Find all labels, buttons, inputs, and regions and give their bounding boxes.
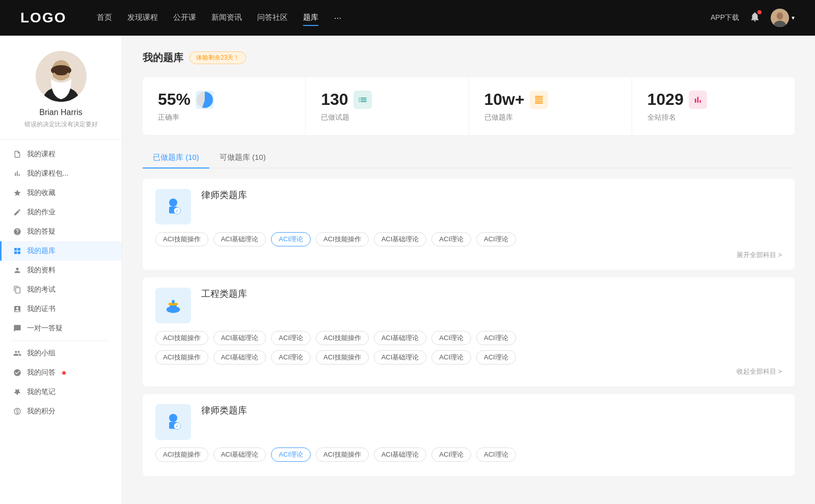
tag[interactable]: ACI基础理论 (213, 447, 266, 462)
tab-available-banks[interactable]: 可做题库 (10) (209, 148, 276, 167)
tag[interactable]: ACI理论 (476, 350, 516, 365)
tag[interactable]: ACI理论 (271, 232, 311, 246)
sidebar-item-certs[interactable]: 我的证书 (0, 299, 122, 319)
tag[interactable]: ACI技能操作 (316, 350, 369, 365)
sidebar-item-notes[interactable]: 我的笔记 (0, 382, 122, 402)
svg-text:✓: ✓ (175, 208, 179, 213)
person-icon (13, 266, 22, 275)
qbank-card-1: 工程类题库 ACI技能操作ACI基础理论ACI理论ACI技能操作ACI基础理论A… (143, 277, 795, 386)
nav-discover[interactable]: 发现课程 (127, 10, 158, 26)
bell-icon (749, 11, 760, 22)
tag[interactable]: ACI理论 (431, 331, 471, 345)
sidebar-item-groups[interactable]: 我的小组 (0, 344, 122, 363)
tag[interactable]: ACI基础理论 (374, 331, 427, 345)
avatar (771, 9, 789, 27)
nav-home[interactable]: 首页 (97, 10, 112, 26)
tag[interactable]: ACI理论 (476, 232, 516, 246)
tag[interactable]: ACI技能操作 (155, 331, 208, 345)
pie-chart (197, 92, 213, 108)
qbank-icon-1 (155, 288, 191, 323)
tag[interactable]: ACI技能操作 (155, 232, 208, 246)
nav-opencourse[interactable]: 公开课 (173, 10, 196, 26)
tag[interactable]: ACI技能操作 (316, 447, 369, 462)
qbank-title-1: 工程类题库 (201, 288, 247, 300)
qbank-header-0: ✓ 律师类题库 (155, 189, 782, 225)
tag[interactable]: ACI理论 (431, 447, 471, 462)
avatar-image (771, 9, 789, 27)
profile-motto: 错误的决定比没有决定要好 (10, 120, 112, 129)
stat-label-accuracy: 正确率 (158, 113, 290, 122)
questions-icon (354, 91, 372, 109)
sidebar-menu: 我的课程 我的课程包... 我的收藏 我的作业 (0, 139, 122, 426)
sidebar-item-points[interactable]: 我的积分 (0, 402, 122, 421)
app-download-button[interactable]: APP下载 (711, 13, 739, 22)
sidebar-item-my-qa[interactable]: 我的问答 (0, 363, 122, 382)
sidebar-item-1on1[interactable]: 一对一答疑 (0, 319, 122, 338)
tag[interactable]: ACI技能操作 (155, 350, 208, 365)
nav-more[interactable]: ··· (334, 10, 341, 26)
page-header: 我的题库 体验剩余23天！ (143, 51, 795, 65)
menu-divider (13, 341, 109, 341)
sidebar-label-groups: 我的小组 (27, 349, 56, 358)
stat-value-done-banks: 10w+ (484, 90, 525, 109)
tag[interactable]: ACI技能操作 (316, 232, 369, 246)
stat-top-rank: 1029 (647, 90, 779, 109)
tags-row2-1: ACI技能操作ACI基础理论ACI理论ACI技能操作ACI基础理论ACI理论AC… (155, 350, 782, 365)
svg-point-1 (777, 12, 783, 19)
tag[interactable]: ACI理论 (476, 447, 516, 462)
tag[interactable]: ACI技能操作 (155, 447, 208, 462)
qbank-info-2: 律师类题库 (201, 404, 247, 416)
sidebar-item-my-courses[interactable]: 我的课程 (0, 145, 122, 164)
points-icon (13, 407, 22, 416)
sidebar-item-profile[interactable]: 我的资料 (0, 261, 122, 280)
stat-rank: 1029 全站排名 (632, 77, 795, 135)
qbank-title-2: 律师类题库 (201, 404, 247, 416)
profile-avatar-image (36, 51, 87, 102)
expand-link-1[interactable]: 收起全部科目 > (155, 367, 782, 376)
header-right: APP下载 ▾ (711, 9, 795, 27)
file-icon (13, 285, 22, 294)
tag[interactable]: ACI理论 (431, 232, 471, 246)
sidebar-item-favorites[interactable]: 我的收藏 (0, 183, 122, 203)
qa-badge-dot (62, 371, 66, 375)
tag[interactable]: ACI基础理论 (374, 350, 427, 365)
sidebar-label-course-packages: 我的课程包... (27, 169, 69, 178)
expand-link-0[interactable]: 展开全部科目 > (155, 250, 782, 260)
sidebar-item-qbank[interactable]: 我的题库 (0, 241, 122, 261)
banks-icon (530, 91, 548, 109)
nav-qbank[interactable]: 题库 (303, 10, 318, 26)
svg-rect-14 (172, 300, 174, 303)
tab-done-banks[interactable]: 已做题库 (10) (143, 148, 209, 167)
tabs: 已做题库 (10) 可做题库 (10) (143, 148, 795, 169)
stat-top-done-questions: 130 (321, 90, 453, 109)
tag[interactable]: ACI基础理论 (374, 232, 427, 246)
stat-accuracy: 55% 正确率 (143, 77, 306, 135)
stat-top-done-banks: 10w+ (484, 90, 616, 109)
sidebar-item-course-packages[interactable]: 我的课程包... (0, 164, 122, 183)
tag[interactable]: ACI基础理论 (374, 447, 427, 462)
cert-icon (13, 304, 22, 314)
tags-row-1: ACI技能操作ACI基础理论ACI理论ACI技能操作ACI基础理论ACI理论AC… (155, 331, 782, 345)
stats-row: 55% 正确率 130 已做试题 10w+ (143, 77, 795, 135)
tag[interactable]: ACI理论 (271, 447, 311, 462)
nav-qa[interactable]: 问答社区 (257, 10, 288, 26)
tag[interactable]: ACI基础理论 (213, 331, 266, 345)
tag[interactable]: ACI理论 (476, 331, 516, 345)
stat-value-done-questions: 130 (321, 90, 348, 109)
tag[interactable]: ACI基础理论 (213, 350, 266, 365)
tag[interactable]: ACI技能操作 (316, 331, 369, 345)
nav-news[interactable]: 新闻资讯 (211, 10, 242, 26)
sidebar-item-exams[interactable]: 我的考试 (0, 280, 122, 299)
tag[interactable]: ACI理论 (271, 331, 311, 345)
notification-bell[interactable] (749, 11, 760, 24)
sidebar-item-my-questions[interactable]: 我的答疑 (0, 222, 122, 241)
sidebar-item-homework[interactable]: 我的作业 (0, 203, 122, 222)
qbank-title-0: 律师类题库 (201, 189, 247, 201)
header: LOGO 首页 发现课程 公开课 新闻资讯 问答社区 题库 ··· APP下载 … (0, 0, 815, 36)
user-avatar-button[interactable]: ▾ (771, 9, 795, 27)
tag[interactable]: ACI理论 (271, 350, 311, 365)
accuracy-icon (196, 91, 214, 109)
chevron-down-icon: ▾ (792, 14, 795, 21)
tag[interactable]: ACI理论 (431, 350, 471, 365)
tag[interactable]: ACI基础理论 (213, 232, 266, 246)
